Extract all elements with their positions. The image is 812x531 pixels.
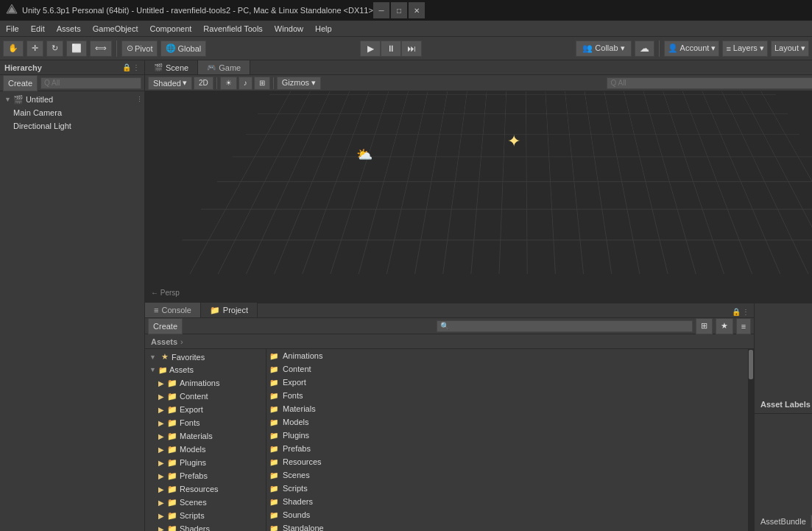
account-dropdown[interactable]: 👤 Account ▾ [664, 41, 720, 57]
minimize-button[interactable]: ─ [373, 2, 389, 18]
tab-game[interactable]: 🎮 Game [198, 60, 250, 74]
scene-search-input[interactable] [607, 77, 812, 89]
tree-item-scenes[interactable]: ▶📁Scenes [146, 496, 264, 509]
scene-viewport[interactable]: ✦ ⛅ ← Persp Y X Z [145, 91, 812, 303]
project-assets-root[interactable]: Assets [151, 337, 177, 346]
play-button[interactable]: ▶ [360, 41, 381, 57]
center-area: 🎬 Scene 🎮 Game 🔒 ⋮ Shaded ▾ 2D ☀ ♪ ⊞ [145, 60, 812, 531]
effects-button[interactable]: ⊞ [254, 77, 270, 90]
close-button[interactable]: ✕ [409, 2, 425, 18]
layers-dropdown[interactable]: ≡ Layers ▾ [722, 41, 768, 57]
tree-item-scripts[interactable]: ▶📁Scripts [146, 509, 264, 522]
tree-item-materials[interactable]: ▶📁Materials [146, 429, 264, 443]
file-item-scripts[interactable]: 📁Scripts [266, 482, 748, 495]
file-item-scenes[interactable]: 📁Scenes [266, 468, 748, 482]
pause-button[interactable]: ⏸ [381, 41, 401, 57]
hierarchy-main-camera[interactable]: Main Camera [1, 106, 143, 119]
cloud-button[interactable]: ☁ [635, 41, 654, 57]
layout-dropdown[interactable]: Layout ▾ [771, 41, 809, 57]
tree-item-export[interactable]: ▶📁Export [146, 403, 264, 416]
asset-labels-header: Asset Labels [755, 395, 812, 414]
file-item-content[interactable]: 📁Content [266, 362, 748, 376]
file-item-fonts[interactable]: 📁Fonts [266, 389, 748, 402]
hierarchy-scene-options[interactable]: ⋮ [136, 96, 143, 103]
tree-item-models[interactable]: ▶📁Models [146, 443, 264, 456]
menu-edit[interactable]: Edit [25, 21, 51, 36]
hierarchy-search-input[interactable] [40, 77, 141, 89]
project-search-input[interactable] [437, 320, 692, 332]
lock-icon[interactable]: 🔒 [122, 63, 131, 71]
tree-item-label: Animations [180, 379, 219, 387]
tree-item-shaders[interactable]: ▶📁Shaders [146, 522, 264, 531]
file-folder-icon: 📁 [269, 365, 278, 373]
tree-item-prefabs[interactable]: ▶📁Prefabs [146, 469, 264, 482]
hierarchy-toolbar: Create [0, 75, 144, 91]
file-item-animations[interactable]: 📁Animations [266, 349, 748, 362]
file-folder-icon: 📁 [269, 485, 278, 493]
tree-item-animations[interactable]: ▶📁Animations [146, 376, 264, 390]
collab-button[interactable]: 👥 Collab ▾ [576, 41, 631, 57]
menu-gameobject[interactable]: GameObject [87, 21, 144, 36]
file-item-sounds[interactable]: 📁Sounds [266, 508, 748, 521]
hierarchy-directional-light[interactable]: Directional Light [1, 119, 143, 133]
shaded-label: Shaded [153, 79, 181, 88]
file-item-models[interactable]: 📁Models [266, 415, 748, 429]
favorites-arrow[interactable]: ▼ [149, 354, 156, 361]
audio-button[interactable]: ♪ [239, 77, 253, 90]
gizmos-button[interactable]: Gizmos ▾ [277, 77, 321, 90]
hand-tool[interactable]: ✋ [3, 41, 24, 57]
maximize-button[interactable]: □ [391, 2, 407, 18]
step-button[interactable]: ⏭ [401, 41, 422, 57]
hierarchy-create-button[interactable]: Create [3, 75, 38, 91]
project-menu-btn[interactable]: ≡ [736, 318, 751, 334]
tree-item-plugins[interactable]: ▶📁Plugins [146, 456, 264, 469]
twod-button[interactable]: 2D [194, 77, 213, 90]
tree-item-fonts[interactable]: ▶📁Fonts [146, 416, 264, 429]
tab-console[interactable]: ≡ Console [145, 303, 201, 317]
lighting-button[interactable]: ☀ [220, 77, 237, 90]
hierarchy-untitled-scene[interactable]: ▼ 🎬 Untitled ⋮ [1, 93, 143, 106]
menu-window[interactable]: Window [269, 21, 309, 36]
main-camera-label: Main Camera [13, 108, 62, 117]
file-item-resources[interactable]: 📁Resources [266, 455, 748, 468]
file-item-prefabs[interactable]: 📁Prefabs [266, 442, 748, 455]
scene-tabs: 🎬 Scene 🎮 Game 🔒 ⋮ [145, 60, 812, 75]
tree-assets-root[interactable]: ▼ 📁 Assets [146, 363, 264, 376]
menu-ravenfield-tools[interactable]: Ravenfield Tools [197, 21, 269, 36]
menu-file[interactable]: File [0, 21, 25, 36]
rect-tool[interactable]: ⟺ [90, 41, 112, 57]
project-create-button[interactable]: Create [148, 318, 183, 334]
file-item-export[interactable]: 📁Export [266, 376, 748, 389]
bottom-menu-icon[interactable]: ⋮ [742, 308, 749, 316]
project-tab-label: Project [223, 306, 248, 314]
files-scrollbar[interactable] [748, 349, 754, 531]
shaded-dropdown[interactable]: Shaded ▾ [148, 77, 192, 90]
rotate-tool[interactable]: ↻ [46, 41, 63, 57]
file-item-standalone[interactable]: 📁Standalone [266, 521, 748, 531]
file-item-materials[interactable]: 📁Materials [266, 402, 748, 415]
bottom-lock-icon[interactable]: 🔒 [732, 308, 741, 316]
scene-name: Untitled [26, 95, 53, 104]
project-star-btn[interactable]: ★ [716, 318, 733, 334]
project-filter-btn[interactable]: ⊞ [696, 318, 713, 334]
pivot-icon: ⊙ [127, 43, 133, 53]
menu-help[interactable]: Help [309, 21, 338, 36]
menu-component[interactable]: Component [144, 21, 197, 36]
file-item-plugins[interactable]: 📁Plugins [266, 429, 748, 442]
move-tool[interactable]: ✛ [27, 41, 43, 57]
tree-item-content[interactable]: ▶📁Content [146, 390, 264, 403]
files-scrollbar-thumb[interactable] [749, 350, 753, 379]
scale-tool[interactable]: ⬜ [66, 41, 87, 57]
global-button[interactable]: 🌐 Global [160, 41, 206, 57]
file-label: Scenes [283, 471, 310, 479]
bottom-panel-icons: 🔒 ⋮ [727, 306, 754, 317]
tab-project[interactable]: 📁 Project [201, 303, 258, 317]
tree-item-resources[interactable]: ▶📁Resources [146, 482, 264, 496]
pivot-button[interactable]: ⊙ Pivot [121, 41, 158, 57]
menu-assets[interactable]: Assets [51, 21, 87, 36]
file-item-shaders[interactable]: 📁Shaders [266, 495, 748, 508]
folder-icon-img: 📁 [167, 485, 177, 494]
hierarchy-menu-icon[interactable]: ⋮ [133, 63, 140, 71]
tab-scene[interactable]: 🎬 Scene [145, 60, 198, 74]
unity-icon [6, 4, 18, 17]
